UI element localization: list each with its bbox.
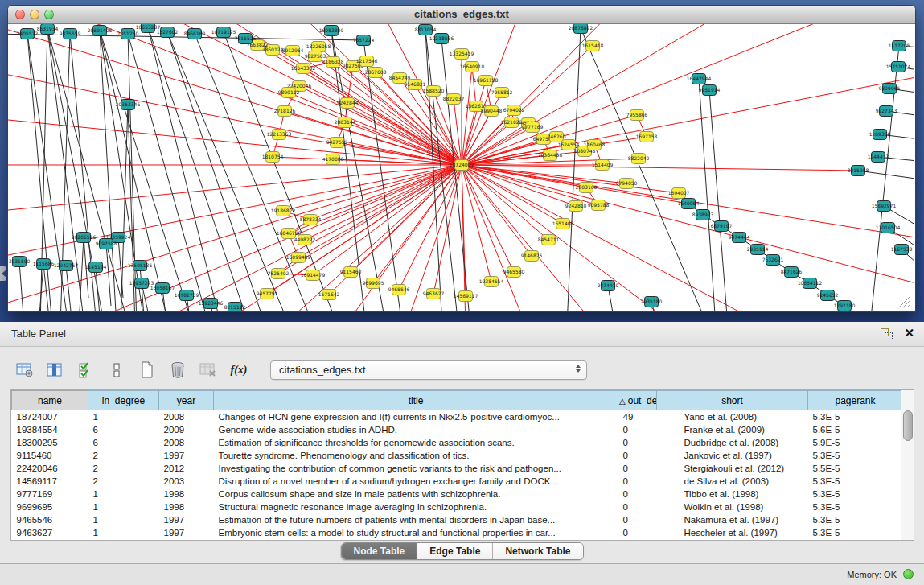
graph-node[interactable]: 9457791 (257, 289, 278, 299)
graph-node[interactable]: 1244413 (868, 152, 889, 163)
table-cell[interactable]: 18300295 (12, 436, 88, 449)
table-row[interactable]: 946362711997Embryonic stem cells: a mode… (12, 526, 903, 539)
table-cell[interactable]: 5.3E-5 (808, 410, 903, 424)
graph-node[interactable]: 16447944 (687, 74, 712, 84)
graph-node[interactable]: 8215112 (224, 303, 246, 311)
table-row[interactable]: 969969511998Structural magnetic resonanc… (12, 501, 903, 513)
graph-edge[interactable] (462, 165, 914, 290)
graph-node[interactable]: 9329965 (879, 84, 901, 94)
table-cell[interactable]: 2008 (159, 436, 214, 449)
table-row[interactable]: 1830029562008Estimation of significance … (12, 436, 903, 449)
graph-node[interactable]: 19218586 (429, 34, 454, 44)
graph-node[interactable]: 10654112 (798, 278, 823, 289)
column-header-year[interactable]: year (159, 391, 214, 410)
close-panel-icon[interactable]: ✕ (904, 326, 914, 340)
graph-node[interactable]: 8454711 (538, 235, 560, 245)
column-header-out_de[interactable]: △out_de... (618, 391, 657, 410)
table-cell[interactable]: Hescheler et al. (1997) (657, 526, 808, 539)
table-cell[interactable]: 1 (88, 513, 159, 526)
table-cell[interactable]: Estimation of the future numbers of pati… (214, 513, 618, 526)
table-cell[interactable]: Corpus callosum shape and size in male p… (214, 488, 618, 501)
table-scrollbar[interactable] (901, 390, 914, 540)
graph-node[interactable]: 1514409 (592, 160, 614, 171)
table-cell[interactable]: 0 (618, 513, 657, 526)
table-cell[interactable]: 14569117 (12, 475, 88, 488)
graph-node[interactable]: 8938923 (692, 210, 714, 220)
graph-node[interactable]: 1527602 (157, 27, 179, 38)
graph-node[interactable]: 8531934 (37, 24, 59, 35)
table-cell[interactable]: Stergiakouli et al. (2012) (657, 462, 808, 475)
graph-node[interactable]: 1292180 (834, 301, 856, 311)
graph-edge[interactable] (462, 24, 852, 165)
table-cell[interactable]: Yano et al. (2008) (657, 410, 808, 424)
table-cell[interactable]: 5.3E-5 (808, 488, 903, 501)
graph-edge[interactable] (462, 106, 476, 165)
graph-node[interactable]: 2803144 (335, 117, 356, 128)
graph-node[interactable]: 12213363 (267, 130, 292, 140)
table-cell[interactable]: 1 (88, 501, 159, 513)
graph-edge[interactable] (315, 56, 462, 165)
graph-edge[interactable] (167, 32, 290, 311)
graph-node[interactable]: 9242810 (565, 201, 587, 212)
window-titlebar[interactable]: citations_edges.txt (8, 6, 915, 24)
column-header-in_degree[interactable]: in_degree (88, 391, 159, 410)
scrollbar-thumb[interactable] (903, 410, 913, 441)
table-cell[interactable]: 5.9E-5 (808, 436, 903, 449)
tab-node-table[interactable]: Node Table (341, 543, 417, 559)
graph-edge[interactable] (699, 79, 716, 311)
table-cell[interactable]: Changes of HCN gene expression and I(f) … (214, 410, 618, 424)
show-columns-icon[interactable] (45, 360, 66, 380)
table-cell[interactable]: 0 (618, 501, 657, 513)
graph-node[interactable]: 16914479 (301, 270, 326, 281)
column-header-short[interactable]: short (657, 391, 808, 410)
graph-node[interactable]: 9095788 (588, 200, 610, 211)
table-cell[interactable]: 2 (88, 475, 159, 488)
table-cell[interactable]: Estimation of significance thresholds fo… (214, 436, 618, 449)
graph-node[interactable]: 7955812 (491, 88, 513, 98)
graph-node[interactable]: 8990448 (481, 106, 503, 117)
graph-edge[interactable] (195, 34, 314, 311)
graph-node[interactable]: 20206576 (72, 233, 97, 243)
table-cell[interactable]: 19384554 (12, 423, 88, 436)
graph-node[interactable]: 19186822 (271, 206, 296, 216)
table-cell[interactable]: 5.3E-5 (808, 513, 903, 526)
table-cell[interactable]: 6 (88, 423, 159, 436)
table-cell[interactable]: 9465546 (12, 513, 88, 526)
graph-node[interactable]: 16958167 (150, 283, 175, 294)
table-cell[interactable]: 2008 (159, 410, 214, 424)
graph-node[interactable]: 13325419 (450, 49, 474, 60)
table-cell[interactable]: Disruption of a novel member of a sodium… (214, 475, 618, 488)
table-cell[interactable]: Genome-wide association studies in ADHD. (214, 423, 618, 436)
table-cell[interactable]: 18724007 (12, 410, 88, 424)
graph-edge[interactable] (462, 165, 858, 171)
graph-node[interactable]: 4498222 (294, 235, 316, 245)
row-height-icon[interactable] (106, 360, 127, 380)
table-cell[interactable]: de Silva et al. (2003) (657, 475, 808, 488)
graph-edge[interactable] (8, 165, 462, 213)
graph-node[interactable]: 9097588 (96, 239, 117, 249)
table-cell[interactable]: 9699695 (12, 501, 88, 513)
table-row[interactable]: 2242004622012Investigating the contribut… (12, 462, 903, 475)
delete-column-icon[interactable] (167, 360, 188, 380)
table-cell[interactable]: 0 (618, 475, 657, 488)
table-cell[interactable]: 0 (618, 449, 657, 462)
graph-node[interactable]: 7851250 (117, 29, 139, 39)
graph-node[interactable]: 1209358 (869, 130, 891, 140)
table-cell[interactable]: 0 (618, 526, 657, 539)
graph-node[interactable]: 1588520 (423, 86, 445, 97)
new-column-icon[interactable] (137, 360, 158, 380)
graph-node[interactable]: 8822040 (628, 154, 650, 164)
table-cell[interactable]: 1997 (159, 513, 214, 526)
graph-node[interactable]: 1571642 (318, 290, 340, 300)
graph-node[interactable]: 4170086 (322, 154, 344, 165)
graph-node[interactable]: 18226058 (306, 42, 331, 52)
graph-node[interactable]: 9227343 (876, 106, 897, 117)
graph-edge[interactable] (305, 165, 462, 240)
table-row[interactable]: 911546021997Tourette syndrome. Phenomeno… (12, 449, 903, 462)
table-row[interactable]: 1456911722003Disruption of a novel membe… (12, 475, 903, 488)
function-builder-icon[interactable]: f(x) (228, 360, 249, 380)
table-cell[interactable]: 1 (88, 410, 159, 424)
graph-node[interactable]: 15892971 (872, 201, 897, 212)
column-header-title[interactable]: title (214, 391, 618, 410)
graph-node[interactable]: 1167533 (891, 245, 913, 255)
